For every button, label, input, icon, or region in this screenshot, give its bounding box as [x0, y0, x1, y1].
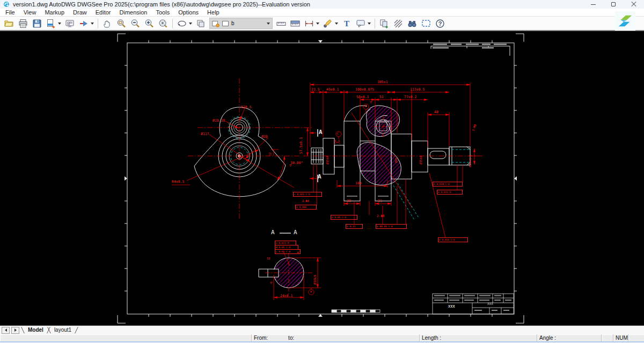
- status-end-cell: [628, 334, 644, 341]
- close-button[interactable]: [624, 0, 644, 9]
- svg-text:T: T: [344, 19, 349, 28]
- maximize-button[interactable]: [603, 0, 624, 9]
- shape-dropdown[interactable]: [189, 23, 192, 25]
- toolbar-separator: [375, 19, 375, 28]
- zoom-in-button[interactable]: [143, 17, 156, 29]
- toolbar-separator: [172, 19, 173, 28]
- menu-item-view[interactable]: View: [19, 9, 41, 17]
- svg-text:?: ?: [438, 20, 442, 27]
- tab-model[interactable]: Model: [23, 326, 48, 334]
- printer-icon: [18, 19, 28, 28]
- angle-label: Angle :: [539, 335, 556, 341]
- zoom-extents-icon: [158, 19, 168, 28]
- comment-bubble-icon: [356, 19, 365, 28]
- num-lock-indicator: NUM: [616, 335, 628, 341]
- status-num-cell: NUM: [613, 334, 628, 341]
- toolbar-separator: [98, 19, 98, 28]
- layers-button[interactable]: [194, 17, 207, 29]
- layer-color-swatch: [222, 21, 229, 26]
- dimension-linear-button[interactable]: [303, 17, 316, 29]
- to-label: to:: [288, 335, 294, 341]
- menu-item-file[interactable]: File: [1, 9, 19, 17]
- length-label: Length :: [422, 335, 441, 341]
- menu-item-markup[interactable]: Markup: [40, 9, 69, 17]
- menu-item-tools[interactable]: Tools: [151, 9, 174, 17]
- status-angle-cell: Angle :: [537, 334, 601, 341]
- open-folder-icon: [4, 19, 14, 28]
- measure-distance-button[interactable]: [275, 17, 288, 29]
- crankshaft-drawing: [0, 31, 644, 325]
- status-empty-cell: [0, 334, 251, 341]
- from-label: From:: [254, 335, 268, 341]
- ruler-area-icon: [290, 19, 300, 28]
- dimension-dropdown[interactable]: [316, 23, 319, 25]
- help-button[interactable]: ?: [434, 17, 447, 29]
- print-button[interactable]: [17, 17, 30, 29]
- comment-button[interactable]: [354, 17, 367, 29]
- help-icon: ?: [435, 19, 445, 28]
- save-button[interactable]: [31, 17, 43, 29]
- copy-icon: [379, 19, 389, 28]
- arrow-dropdown[interactable]: [91, 23, 94, 25]
- next-tab-icon: [14, 329, 17, 332]
- menu-item-draw[interactable]: Draw: [69, 9, 91, 17]
- toolbar: b T ?: [0, 17, 644, 31]
- layer-dropdown-icon: [267, 23, 270, 25]
- export-dropdown[interactable]: [58, 23, 61, 25]
- zoom-out-icon: [130, 19, 140, 28]
- open-button[interactable]: [3, 17, 16, 29]
- pan-button[interactable]: [101, 17, 114, 29]
- layout-tab-bar: Model layout1: [0, 325, 644, 334]
- maximize-icon: [611, 2, 616, 6]
- zoom-window-icon: [116, 19, 126, 28]
- drawing-canvas[interactable]: R28.5Ø19.28Ø117Ø2057.5±0.130.00°R4±0.512…: [0, 31, 644, 325]
- menu-item-dimension[interactable]: Dimension: [115, 9, 152, 17]
- layers-icon: [196, 19, 206, 28]
- monitor-icon: [65, 19, 75, 28]
- minimize-icon: [591, 4, 596, 5]
- status-length-cell: Length :: [419, 334, 537, 341]
- comment-dropdown[interactable]: [368, 23, 371, 25]
- dimension-icon: [304, 19, 314, 28]
- pencil-icon: [323, 19, 333, 28]
- copy-to-button[interactable]: [378, 17, 391, 29]
- draw-pencil-button[interactable]: [321, 17, 334, 29]
- export-dwg-icon: [46, 19, 56, 28]
- zoom-out-button[interactable]: [129, 17, 142, 29]
- menu-bar: FileViewMarkupDrawEditorDimensionToolsOp…: [0, 9, 644, 17]
- dwgsee-logo[interactable]: [615, 11, 635, 31]
- layer-name-value: b: [231, 20, 267, 26]
- window-title: version1.dwg AutoDWG DWGSee Pro 2025(c:\…: [13, 0, 310, 9]
- text-tool-button[interactable]: T: [340, 17, 353, 29]
- minimize-button[interactable]: [583, 0, 603, 9]
- preview-button[interactable]: [63, 17, 76, 29]
- layer-state-icon: [212, 20, 219, 27]
- export-dwg-button[interactable]: [45, 17, 57, 29]
- status-small-cell: [601, 334, 613, 341]
- prev-tab-button[interactable]: [2, 327, 10, 334]
- window-select-button[interactable]: [420, 17, 433, 29]
- find-button[interactable]: [406, 17, 419, 29]
- menu-item-editor[interactable]: Editor: [91, 9, 115, 17]
- hatch-lines-icon: [393, 19, 403, 28]
- layer-combobox[interactable]: b: [209, 18, 273, 29]
- save-floppy-icon: [32, 19, 42, 28]
- prev-tab-icon: [5, 329, 7, 332]
- menu-item-options[interactable]: Options: [174, 9, 203, 17]
- zoom-window-button[interactable]: [115, 17, 128, 29]
- ellipse-tool-button[interactable]: [175, 17, 188, 29]
- draw-dropdown[interactable]: [335, 23, 338, 25]
- zoom-extents-button[interactable]: [157, 17, 170, 29]
- hatch-tool-button[interactable]: [392, 17, 405, 29]
- next-tab-button[interactable]: [11, 327, 19, 334]
- measure-area-button[interactable]: [289, 17, 302, 29]
- zoom-in-icon: [144, 19, 154, 28]
- pan-hand-icon: [103, 19, 112, 28]
- dwgsee-logo-icon: [617, 13, 633, 28]
- menu-item-help[interactable]: Help: [203, 9, 224, 17]
- ellipse-icon: [177, 19, 187, 28]
- forward-arrow-button[interactable]: [77, 17, 90, 29]
- binoculars-icon: [407, 19, 417, 28]
- tab-layout1[interactable]: layout1: [49, 326, 76, 334]
- close-icon: [631, 2, 636, 7]
